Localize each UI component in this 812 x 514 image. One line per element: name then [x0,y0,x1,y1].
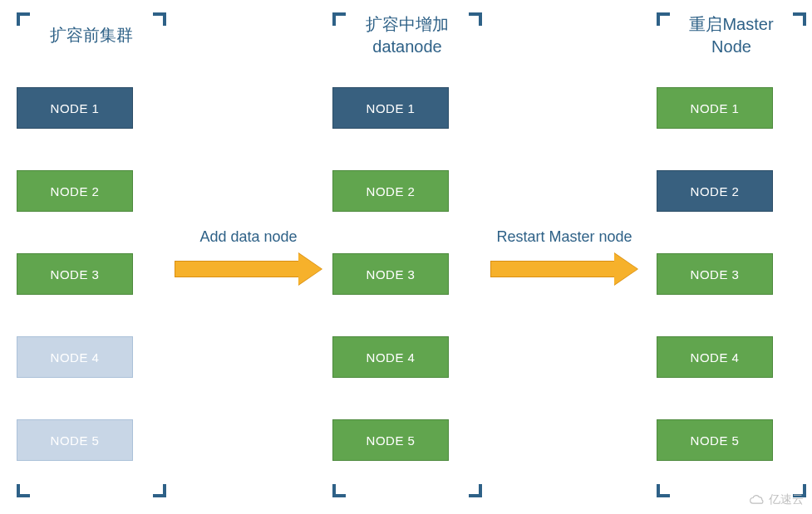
node-label: NODE 5 [691,433,740,448]
node-label: NODE 1 [51,101,100,115]
corner-top-right-icon [153,12,166,26]
node-label: NODE 4 [691,350,740,365]
node-label: NODE 5 [51,433,100,448]
node-box: NODE 4 [332,336,449,378]
column-bottom-brackets [17,481,166,497]
column-title: 扩容前集群 [17,12,166,58]
corner-bottom-right-icon [469,484,482,497]
node-box: NODE 1 [332,87,449,129]
node-box: NODE 4 [657,336,773,378]
node-list: NODE 1 NODE 2 NODE 3 NODE 4 NODE 5 [332,87,482,461]
node-box: NODE 4 [17,336,133,378]
column-title-text: 扩容前集群 [50,24,133,47]
column-title-text: 重启Master Node [689,13,773,58]
node-box: NODE 3 [657,253,773,295]
arrow-label: Add data node [175,228,322,246]
column-restart-master: 重启Master Node NODE 1 NODE 2 NODE 3 NODE … [657,12,806,461]
corner-top-right-icon [469,12,482,26]
node-box: NODE 1 [657,87,773,129]
node-label: NODE 4 [367,350,416,365]
arrow-right-icon [175,254,322,284]
watermark: 亿速云 [749,492,804,507]
node-box: NODE 3 [17,253,133,295]
node-label: NODE 2 [691,184,740,198]
corner-top-left-icon [17,12,30,26]
cloud-icon [749,494,765,506]
node-box: NODE 3 [332,253,449,295]
node-label: NODE 3 [367,267,416,281]
node-label: NODE 1 [367,101,416,115]
node-label: NODE 3 [691,267,740,281]
node-box: NODE 2 [657,170,773,212]
corner-bottom-left-icon [17,484,30,497]
column-title: 扩容中增加 datanode [332,12,482,58]
arrow-right-icon [490,254,638,284]
node-label: NODE 4 [51,350,100,365]
column-adding-datanode: 扩容中增加 datanode NODE 1 NODE 2 NODE 3 NODE… [332,12,482,461]
node-box: NODE 5 [657,419,773,461]
node-list: NODE 1 NODE 2 NODE 3 NODE 4 NODE 5 [17,87,166,461]
corner-top-left-icon [332,12,346,26]
column-title-text: 扩容中增加 datanode [366,13,449,58]
corner-bottom-right-icon [153,484,166,497]
corner-bottom-left-icon [332,484,346,497]
arrow-add-data-node: Add data node [175,228,322,284]
node-box: NODE 5 [17,419,133,461]
column-before-scale: 扩容前集群 NODE 1 NODE 2 NODE 3 NODE 4 NODE 5 [17,12,166,461]
node-list: NODE 1 NODE 2 NODE 3 NODE 4 NODE 5 [657,87,806,461]
node-label: NODE 1 [691,101,740,115]
node-label: NODE 5 [367,433,416,448]
column-title: 重启Master Node [657,12,806,58]
node-box: NODE 5 [332,419,449,461]
arrow-label: Restart Master node [490,228,638,246]
node-box: NODE 2 [17,170,133,212]
corner-top-right-icon [793,12,806,26]
arrow-restart-master: Restart Master node [490,228,638,284]
node-box: NODE 2 [332,170,449,212]
node-label: NODE 2 [51,184,100,198]
column-bottom-brackets [332,481,482,497]
node-box: NODE 1 [17,87,133,129]
corner-bottom-left-icon [657,484,670,497]
node-label: NODE 2 [367,184,416,198]
corner-top-left-icon [657,12,670,26]
node-label: NODE 3 [51,267,100,281]
watermark-text: 亿速云 [769,492,804,507]
